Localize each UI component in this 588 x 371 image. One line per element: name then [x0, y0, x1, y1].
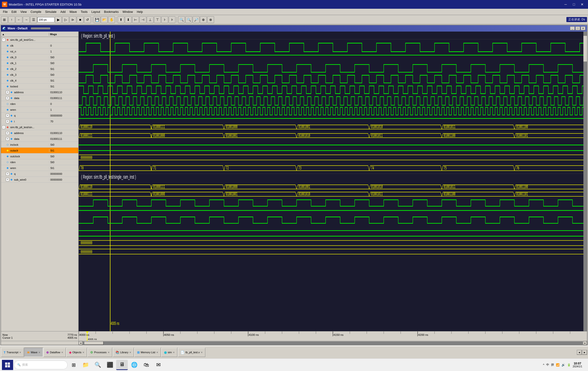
signal-clk2[interactable]: ◆ clk_2 St1 [1, 66, 78, 72]
menu-tools[interactable]: Tools [79, 10, 89, 14]
data2-expand-icon[interactable]: + [6, 137, 9, 141]
address-expand-icon[interactable]: + [6, 91, 9, 94]
toolbar-wave2-btn[interactable]: ⬇ [125, 16, 132, 23]
signal-q2[interactable]: + ◆ q 00000000 [1, 171, 78, 177]
toolbar-save-btn[interactable]: 💾 [94, 16, 100, 23]
taskbar-collapse-btn[interactable]: ◄ [577, 350, 582, 355]
menu-help[interactable]: Help [135, 10, 145, 14]
win-taskbar-modelsim[interactable]: 🖥 [116, 360, 128, 370]
library-close-icon[interactable]: ✕ [129, 351, 131, 354]
sub-wire0-expand-icon[interactable]: + [6, 178, 9, 181]
show-desktop-btn[interactable] [584, 360, 586, 370]
signal-outaclr[interactable]: ◆ outaclr St1 [1, 148, 78, 154]
q2-expand-icon[interactable]: + [6, 172, 9, 175]
win-taskbar-search[interactable]: 🔍 [92, 360, 104, 370]
menu-add[interactable]: Add [59, 10, 68, 14]
menu-edit[interactable]: Edit [10, 10, 19, 14]
wave-close-icon[interactable]: ✕ [38, 351, 40, 354]
menu-bookmarks[interactable]: Bookmarks [102, 10, 121, 14]
signal-locked[interactable]: ◆ locked St1 [1, 83, 78, 89]
signal-clk0[interactable]: ◆ clk_0 St0 [1, 54, 78, 60]
toolbar-run1-btn[interactable]: ▶ [55, 16, 62, 23]
menu-view[interactable]: View [19, 10, 29, 14]
scrollbar-track[interactable] [83, 341, 583, 345]
toolbar-fwd-btn[interactable]: → [23, 16, 30, 23]
scrollbar-thumb[interactable] [84, 341, 104, 345]
close-button[interactable]: ✕ [578, 1, 586, 8]
menu-window[interactable]: Window [121, 10, 135, 14]
toolbar-wave4-btn[interactable]: ⊣ [139, 16, 146, 23]
taskbar-objects-btn[interactable]: ◈ Objects ✕ [66, 348, 87, 357]
tb-pll-close-icon[interactable]: ✕ [201, 351, 203, 354]
taskbar-transcript-btn[interactable]: T Transcript ✕ [1, 348, 24, 357]
objects-close-icon[interactable]: ✕ [82, 351, 84, 354]
win-taskbar-file-explorer[interactable]: 📁 [80, 360, 91, 370]
toolbar-wave8-btn[interactable]: ⊧ [169, 16, 175, 23]
win-taskbar-mail[interactable]: ✉ [153, 360, 164, 370]
toolbar-copy-btn[interactable]: ⊞ [1, 16, 8, 23]
waveform-svg[interactable]: ( Region: sim:/tb_pll_test ) 4005 ns [79, 31, 587, 331]
wave-close-btn[interactable]: ✕ [581, 26, 586, 30]
tray-up-arrow[interactable]: ^ [543, 363, 544, 367]
scroll-right-btn[interactable]: ► [583, 341, 587, 345]
toolbar-list-btn[interactable]: ☰ [30, 16, 37, 23]
menu-simulate[interactable]: Simulate [43, 10, 59, 14]
task-view-btn[interactable]: ⊞ [69, 360, 79, 370]
signal-data2[interactable]: + ◆ data 01000111 [1, 136, 78, 142]
taskbar-dataflow-btn[interactable]: ⊕ Dataflow ✕ [43, 348, 66, 357]
wave-maximize-btn[interactable]: □ [575, 26, 580, 30]
minimize-button[interactable]: ─ [562, 1, 569, 8]
memory-list-close-icon[interactable]: ✕ [156, 351, 158, 354]
address2-expand-icon[interactable]: + [6, 131, 9, 135]
signal-i[interactable]: + ◆ i 70 [1, 118, 78, 124]
start-button[interactable] [2, 360, 13, 370]
signal-wren2[interactable]: ◆ wren St1 [1, 165, 78, 171]
taskbar-expand-btn[interactable]: ► [582, 350, 587, 355]
menu-compile[interactable]: Compile [29, 10, 43, 14]
menu-layout[interactable]: Layout [89, 10, 102, 14]
signal-address[interactable]: + ◆ address 01000110 [1, 89, 78, 95]
signal-inclock[interactable]: ◇ inclock St0 [1, 142, 78, 148]
win-taskbar-terminal[interactable]: ⬛ [104, 360, 116, 370]
toolbar-stop-btn[interactable]: ■ [77, 16, 84, 23]
dataflow-close-icon[interactable]: ✕ [61, 351, 63, 354]
signal-wren[interactable]: ◆ wren 1 [1, 107, 78, 113]
toolbar-wave3-btn[interactable]: ⊢ [132, 16, 139, 23]
signal-group-2[interactable]: − ◆ sim:/tb_pll_test/sin... [1, 124, 78, 130]
signal-q[interactable]: + ◆ q 00000000 [1, 113, 78, 118]
signal-clk3[interactable]: ◆ clk_3 St0 [1, 72, 78, 78]
maximize-button[interactable]: □ [570, 1, 578, 8]
system-clock[interactable]: 10:07 2024/1/1 [573, 362, 582, 368]
toolbar-run2-btn[interactable]: ▷ [62, 16, 69, 23]
signal-sub-wire0[interactable]: + ◆ sub_wire0 00000000 [1, 177, 78, 183]
toolbar-back-btn[interactable]: ← [16, 16, 22, 23]
signal-address2[interactable]: + ◆ address 01000110 [1, 130, 78, 136]
signal-clk[interactable]: ◆ clk 0 [1, 43, 78, 49]
taskbar-sim-btn[interactable]: ◉ sim ✕ [161, 348, 177, 357]
search-bar[interactable]: 🔍 搜索 [14, 361, 68, 369]
taskbar-wave-btn[interactable]: ≋ Wave ✕ [24, 348, 43, 357]
toolbar-zoom4-btn[interactable]: ⊕ [200, 16, 207, 23]
signal-clk4[interactable]: ◆ clk_4 St1 [1, 78, 78, 83]
group2-expand-icon[interactable]: − [2, 125, 5, 129]
taskbar-processes-btn[interactable]: ⚙ Processes ✕ [87, 348, 112, 357]
menu-wave[interactable]: Wave [68, 10, 79, 14]
toolbar-wave1-btn[interactable]: ⬆ [118, 16, 124, 23]
col-sort-icon[interactable]: ▲ [2, 33, 5, 36]
win-taskbar-chrome[interactable]: 🌐 [128, 360, 140, 370]
toolbar-load-btn[interactable]: 📂 [101, 16, 108, 23]
toolbar-zoomin-btn[interactable]: 🔍 [178, 16, 185, 23]
wave-drag-handle[interactable] [31, 27, 50, 29]
toolbar-zoomout-btn[interactable]: 🔍 [185, 16, 192, 23]
toolbar-wave5-btn[interactable]: ⊥ [147, 16, 154, 23]
toolbar-up-btn[interactable]: ↑ [8, 16, 15, 23]
toolbar-zoomfit-btn[interactable]: 🔎 [193, 16, 200, 23]
win-taskbar-store[interactable]: 🛍 [140, 360, 152, 370]
scroll-left-btn[interactable]: ◄ [79, 341, 83, 345]
taskbar-memory-list-btn[interactable]: ⊞ Memory List ✕ [134, 348, 161, 357]
signal-rden[interactable]: ◇ rden 0 [1, 101, 78, 107]
signal-group-1[interactable]: − ◆ sim:/tb_pll_test/Gro... [1, 37, 78, 43]
signal-rst-n[interactable]: ◆ rst_n 1 [1, 49, 78, 54]
signal-clk1[interactable]: ◆ clk_1 St0 [1, 60, 78, 66]
taskbar-tb-pll-btn[interactable]: 📄 tb_pll_test.v ✕ [178, 348, 205, 357]
